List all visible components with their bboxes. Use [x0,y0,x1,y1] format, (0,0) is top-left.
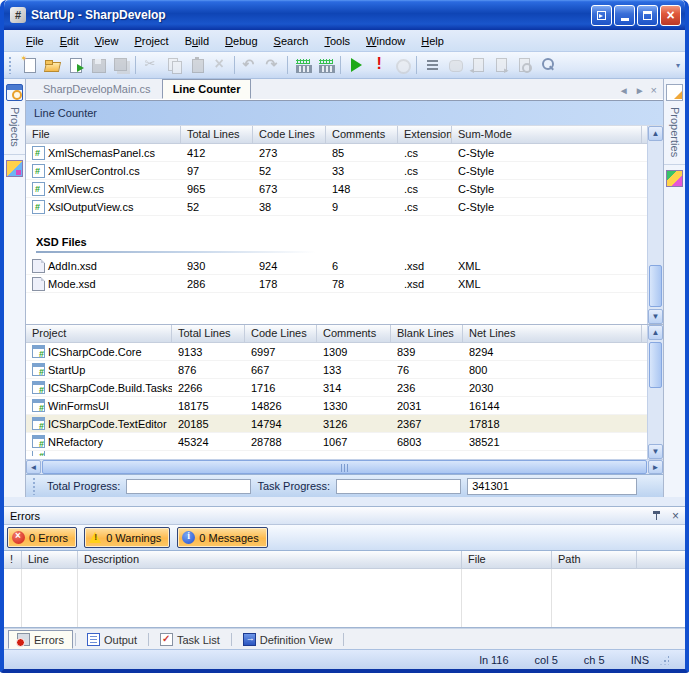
scroll-thumb[interactable] [42,460,647,474]
search-button[interactable] [535,54,558,76]
table-row[interactable]: ICSharpCode.Core9133699713098398294 [26,343,647,361]
sidebar-tab-properties[interactable]: Properties [664,79,685,165]
sidebar-tab-classes[interactable] [4,155,25,182]
table-row[interactable]: XmlSchemasPanel.cs41227385.csC-Style [26,144,647,162]
find-in-files-icon [516,57,532,73]
tab-line-counter[interactable]: Line Counter [162,79,252,99]
table-row[interactable]: ICSharpCode.TextEditor201851479431262367… [26,415,647,433]
column-header-net-lines[interactable]: Net Lines [463,325,642,342]
pad-tab-definition-view[interactable]: Definition View [234,630,342,649]
table-row[interactable] [26,451,647,456]
green-grid-2-button[interactable] [314,54,337,76]
menu-edit[interactable]: Edit [52,32,87,50]
menu-view[interactable]: View [87,32,127,50]
row-cell: XML [452,278,642,290]
column-header-blank-lines[interactable]: Blank Lines [391,325,463,342]
open-project-button[interactable] [63,54,86,76]
menu-file[interactable]: File [18,32,52,50]
table-row[interactable]: Mode.xsd28617878.xsdXML [26,275,647,293]
toolbar-overflow-icon[interactable]: ▾ [673,61,683,70]
filter-button-0-messages[interactable]: 0 Messages [177,527,267,548]
errors-column-file[interactable]: File [462,551,552,568]
projects-table-hscrollbar[interactable]: ◄ ► [26,459,663,474]
column-header-total-lines[interactable]: Total Lines [172,325,245,342]
scroll-left-icon[interactable]: ◄ [26,460,41,474]
shape-icon [447,57,463,73]
table-row[interactable]: WinFormsUI18175148261330203116144 [26,397,647,415]
column-header-comments[interactable]: Comments [326,126,398,143]
table-row[interactable]: XmlUserControl.cs975233.csC-Style [26,162,647,180]
filter-button-0-warnings[interactable]: 0 Warnings [84,527,170,548]
green-grid-1-button[interactable] [291,54,314,76]
sidebar-tab-projects[interactable]: Projects [4,79,25,155]
scroll-thumb[interactable] [649,342,662,388]
open-file-button[interactable] [40,54,63,76]
sharpdevelop-window: # StartUp - SharpDevelop × FileEditViewP… [0,0,689,673]
maximize-button[interactable] [637,5,658,26]
pin-icon[interactable] [652,510,662,522]
column-header-total-lines[interactable]: Total Lines [181,126,253,143]
toolbar-grip[interactable] [8,56,13,74]
errors-column-[interactable]: ! [4,551,22,568]
menu-project[interactable]: Project [126,32,176,50]
errors-column-path[interactable]: Path [552,551,637,568]
scroll-down-icon[interactable]: ▼ [648,309,663,324]
scroll-thumb[interactable] [649,265,662,307]
progress-strip-grip[interactable] [32,477,37,495]
menu-tools[interactable]: Tools [316,32,358,50]
tab-sharpdevelopmain-cs[interactable]: SharpDevelopMain.cs [32,79,162,99]
table-row[interactable]: XmlView.cs965673148.csC-Style [26,180,647,198]
titlebar[interactable]: # StartUp - SharpDevelop × [4,0,685,30]
toolbox-pad-icon [666,170,683,187]
open-file-icon [44,57,60,73]
scroll-down-icon[interactable]: ▼ [648,444,663,459]
column-header-extension[interactable]: Extension [398,126,452,143]
projects-table: ProjectTotal LinesCode LinesCommentsBlan… [26,325,647,459]
filter-button-0-errors[interactable]: 0 Errors [7,527,77,548]
menu-build[interactable]: Build [177,32,217,50]
pad-tab-errors[interactable]: Errors [8,630,73,649]
scroll-track[interactable] [648,340,663,444]
table-row[interactable]: NRefactory45324287881067680338521 [26,433,647,451]
horizontal-splitter[interactable] [4,497,685,506]
column-header-comments[interactable]: Comments [317,325,391,342]
table-row[interactable]: AddIn.xsd9309246.xsdXML [26,257,647,275]
tab-scroll-right-icon[interactable]: ► [635,85,645,96]
column-header-code-lines[interactable]: Code Lines [245,325,317,342]
menu-debug[interactable]: Debug [217,32,265,50]
tab-close-icon[interactable]: × [651,84,657,96]
errors-column-description[interactable]: Description [78,551,462,568]
menu-search[interactable]: Search [266,32,317,50]
table-row[interactable]: StartUp87666713376800 [26,361,647,379]
new-file-button[interactable] [17,54,40,76]
table-row[interactable]: XslOutputView.cs52389.csC-Style [26,198,647,216]
rollup-button[interactable] [591,5,612,26]
close-button[interactable]: × [660,5,681,26]
pad-tab-output[interactable]: Output [78,630,146,649]
column-header-sum-mode[interactable]: Sum-Mode [452,126,642,143]
tab-scroll-left-icon[interactable]: ◄ [619,85,629,96]
run-button[interactable] [344,54,367,76]
row-cell: 2266 [172,382,245,394]
scroll-right-icon[interactable]: ► [648,460,663,474]
errors-column-line[interactable]: Line [22,551,78,568]
sidebar-tab-toolbox[interactable] [664,165,685,192]
scroll-up-icon[interactable]: ▲ [648,126,663,141]
projects-table-vscrollbar[interactable]: ▲ ▼ [647,325,663,459]
errors-panel-close-icon[interactable]: × [670,509,681,523]
column-separator [21,569,22,627]
scroll-up-icon[interactable]: ▲ [648,325,663,340]
list-button[interactable] [420,54,443,76]
pad-tab-task-list[interactable]: Task List [151,630,229,649]
scroll-track[interactable] [648,141,663,309]
column-header-code-lines[interactable]: Code Lines [253,126,326,143]
resize-grip[interactable] [659,655,669,665]
column-header-project[interactable]: Project [26,325,172,342]
run-without-debugger-button[interactable] [367,54,390,76]
menu-help[interactable]: Help [413,32,452,50]
minimize-button[interactable] [614,5,635,26]
table-row[interactable]: ICSharpCode.Build.Tasks22661716314236203… [26,379,647,397]
column-header-file[interactable]: File [26,126,181,143]
menu-window[interactable]: Window [358,32,413,50]
files-table-vscrollbar[interactable]: ▲ ▼ [647,126,663,324]
